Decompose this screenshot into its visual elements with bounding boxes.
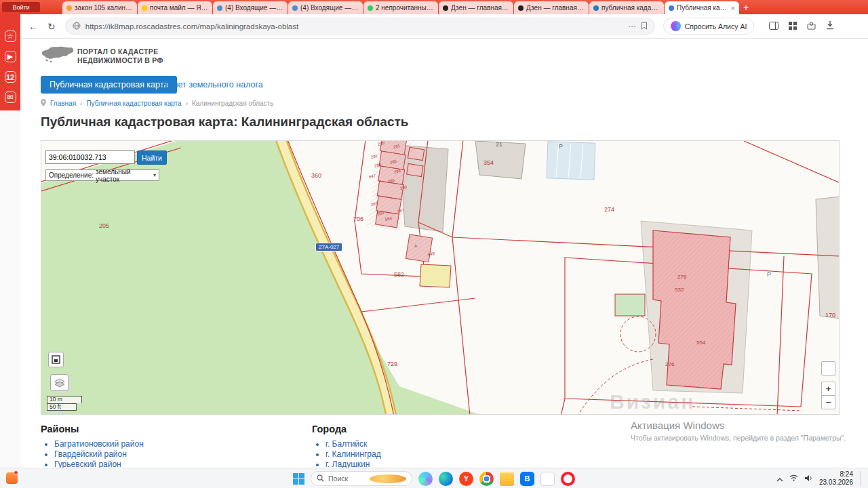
layers-button[interactable] <box>50 374 68 391</box>
districts-title: Районы <box>41 424 258 434</box>
edge-icon[interactable] <box>439 472 453 486</box>
browser-tab[interactable]: почта майл — Янд <box>138 1 212 14</box>
clock[interactable]: 8:24 23.03.2026 <box>819 470 853 487</box>
breadcrumb-map[interactable]: Публичная кадастровая карта <box>86 100 181 107</box>
breadcrumb-home[interactable]: Главная <box>50 100 76 107</box>
browser-tab[interactable]: Публичная кадас× <box>665 1 739 14</box>
tray-chevron-icon[interactable] <box>776 472 783 485</box>
wifi-icon[interactable] <box>789 472 798 485</box>
more-actions-icon[interactable]: ⋯ <box>628 22 636 31</box>
new-tab-button[interactable]: + <box>743 1 749 14</box>
favorites-icon[interactable]: ☆ <box>5 30 16 42</box>
breadcrumb-sep: › <box>80 100 82 107</box>
districts-section: Районы Багратионовский районГвардейский … <box>41 424 258 470</box>
browser-tab[interactable]: 2 непрочитанных ч <box>363 1 438 14</box>
zoom-control: + − <box>821 382 835 409</box>
chrome-icon[interactable] <box>479 472 494 486</box>
map-search-button[interactable]: Найти <box>137 150 167 165</box>
tab-title: закон 105 калинин <box>75 4 133 12</box>
yandex-browser-icon[interactable]: Y <box>459 472 473 486</box>
parcel-label: 729 <box>387 361 397 367</box>
tab-public-cadastral-map[interactable]: Публичная кадастровая карта <box>41 76 177 94</box>
bookmark-icon[interactable] <box>641 20 648 33</box>
tab-favicon <box>142 5 147 11</box>
volume-icon[interactable] <box>804 472 813 485</box>
map-control-button[interactable] <box>821 361 835 375</box>
messenger-icon[interactable]: ✉ <box>5 92 16 103</box>
url-text[interactable]: https://ik8map.roscadastres.com/map/kali… <box>85 22 623 30</box>
tab-title: (4) Входящие — Поч <box>300 4 359 12</box>
activation-line2: Чтобы активировать Windows, перейдите в … <box>631 434 854 442</box>
vk-icon[interactable]: B <box>520 472 534 486</box>
reload-icon[interactable]: ↻ <box>47 21 56 32</box>
list-item: Гвардейский район <box>54 449 258 459</box>
copilot-icon[interactable] <box>418 472 433 486</box>
tab-close-icon[interactable]: × <box>731 4 735 12</box>
back-icon[interactable]: ← <box>28 21 38 32</box>
browser-tab[interactable]: закон 105 калинин <box>62 1 137 14</box>
tab-title: Дзен — главная но <box>526 4 585 12</box>
footer-link[interactable]: г. Калининград <box>326 449 381 459</box>
browser-tab[interactable]: Дзен — главная но <box>439 1 513 14</box>
cadastral-map[interactable]: 20536070658272927435421РР170276532554276… <box>41 140 840 415</box>
chevron-down-icon: ▾ <box>153 172 156 178</box>
show-desktop-button[interactable] <box>861 471 863 486</box>
tab-land-tax-calc[interactable]: Расчет земельного налога <box>159 80 263 89</box>
alice-label: Спросить Алису AI <box>685 22 747 30</box>
downloads-icon[interactable] <box>826 20 834 33</box>
pin-icon <box>41 99 46 108</box>
zoom-out-button[interactable]: − <box>821 395 835 409</box>
activation-line1: Активация Windows <box>631 420 854 431</box>
map-search-control: Найти <box>45 150 167 165</box>
browser-tab[interactable]: (4) Входящие — Поч <box>213 1 288 14</box>
video-icon[interactable]: ▶ <box>5 51 16 62</box>
breadcrumb-sep: › <box>186 100 188 107</box>
browser-login-button[interactable]: Войти <box>2 2 40 12</box>
tab-favicon <box>443 5 448 11</box>
desktop-screen: Войти закон 105 калининпочта майл — Янд(… <box>0 0 868 488</box>
object-type-select[interactable]: Определение: земельный участок ▾ <box>45 169 159 181</box>
parcel-label: 21 <box>496 141 502 148</box>
browser-tab[interactable]: публичная кадастр <box>589 1 664 14</box>
footer-link[interactable]: г. Балтийск <box>326 439 367 449</box>
parcel-label: Р <box>559 143 563 150</box>
fullscreen-button[interactable] <box>48 352 64 367</box>
map-watermark: Визиан <box>610 390 695 413</box>
parcel-label: 354 <box>484 159 494 166</box>
road-number-badge: 27А-027 <box>315 243 342 251</box>
opera-icon[interactable] <box>561 472 575 486</box>
windows-activation-notice: Активация Windows Чтобы активировать Win… <box>631 420 854 442</box>
address-bar[interactable]: https://ik8map.roscadastres.com/map/kali… <box>65 18 655 35</box>
map-canvas[interactable] <box>41 141 840 415</box>
tab-favicon <box>669 5 674 11</box>
start-button[interactable] <box>293 473 304 485</box>
browser-tab[interactable]: (4) Входящие — Поч <box>288 1 363 14</box>
browser-tab[interactable]: Дзен — главная но <box>514 1 589 14</box>
breadcrumb: Главная › Публичная кадастровая карта › … <box>41 99 273 108</box>
tab-title: 2 непрочитанных ч <box>376 4 434 12</box>
taskbar-apps: YB <box>418 472 575 486</box>
cadastral-number-input[interactable] <box>45 150 135 164</box>
calendar-icon[interactable]: 12 <box>5 71 16 83</box>
ask-alice-button[interactable]: Спросить Алису AI <box>663 18 755 35</box>
footer-link[interactable]: Гвардейский район <box>54 449 127 459</box>
panel-icon[interactable] <box>769 20 778 33</box>
file-explorer-icon[interactable] <box>500 472 514 486</box>
cities-title: Города <box>312 424 529 434</box>
select-value: земельный участок <box>96 168 151 183</box>
footer-link[interactable]: Багратионовский район <box>54 439 144 449</box>
parcel-label: Р <box>767 271 771 278</box>
tab-favicon <box>217 5 222 11</box>
app-icon[interactable] <box>540 472 555 486</box>
extensions-icon[interactable] <box>807 20 816 33</box>
list-item: г. Калининград <box>326 449 529 459</box>
parcel-label: 274 <box>604 206 614 213</box>
tab-favicon <box>66 5 72 11</box>
taskbar-search[interactable]: Поиск <box>311 471 412 486</box>
tableau-icon[interactable] <box>789 20 797 33</box>
left-gutter <box>0 110 20 468</box>
russia-map-logo <box>41 43 75 68</box>
search-placeholder: Поиск <box>328 474 366 483</box>
site-info-icon[interactable] <box>73 20 81 33</box>
zoom-in-button[interactable]: + <box>821 382 835 396</box>
